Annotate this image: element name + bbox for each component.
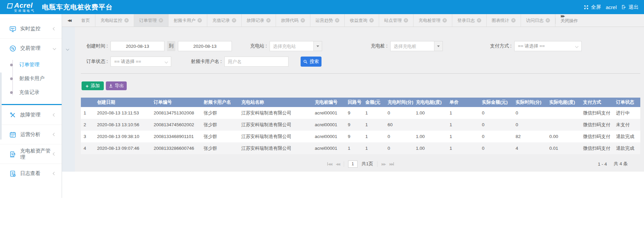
sidebar-submenu: 订单管理 射频卡用户 充值记录 [0, 58, 62, 99]
table-cell: 2020-08-13 09:07:46 [94, 142, 151, 154]
username[interactable]: acrel [606, 4, 617, 10]
table-cell: 2020-08-13 09:38:10 [94, 131, 151, 142]
sidebar-item-fault-management[interactable]: 故障管理 [0, 105, 62, 125]
tab-close-icon[interactable]: × [266, 18, 271, 23]
tab-bar: ◀◀ 首页 × 充电站监控 × 订单管理 × 射频卡用户 × 充值记录 × [62, 14, 644, 27]
tab[interactable]: 订单管理 × [134, 14, 168, 27]
pile-dropdown-button[interactable] [434, 41, 443, 51]
tab[interactable]: 登录日志 × [452, 14, 487, 27]
table-cell: 0.00 [547, 131, 580, 142]
sidebar-item-realtime-monitoring[interactable]: 实时监控 [0, 19, 62, 38]
collapse-chevron-icon[interactable] [66, 47, 69, 51]
logout-button[interactable]: 退出 [621, 4, 639, 10]
row-total-label: 共 4 条 [614, 161, 628, 167]
tabs-scroll-left-button[interactable]: ◀◀ [62, 14, 76, 27]
rfid-username-input[interactable] [224, 57, 288, 67]
tab-label: 充电站监控 [100, 18, 122, 24]
tab-close-icon[interactable]: × [232, 18, 236, 23]
date-from-input[interactable] [111, 41, 164, 51]
tab-close-icon[interactable]: × [511, 18, 516, 23]
table-cell: 0 [385, 131, 413, 142]
last-page-button[interactable]: ▶▶ [390, 162, 394, 166]
close-operations-button[interactable]: 关闭操作 [555, 18, 583, 24]
order-status-value: == 请选择 == [114, 59, 141, 65]
first-page-button[interactable]: ◀◀ [327, 162, 332, 166]
tab-close-icon[interactable]: × [301, 18, 305, 23]
pay-method-select[interactable]: == 请选择 == [514, 41, 582, 51]
table-header-cell: 订单编号 [151, 98, 201, 107]
tab[interactable]: 图表统计 × [487, 14, 521, 27]
tab-close-icon[interactable]: × [197, 18, 202, 23]
station-dropdown-button[interactable] [313, 41, 322, 51]
sidebar-item-log-viewer[interactable]: 日志查看 [0, 164, 62, 183]
tab[interactable]: 故障记录 × [242, 14, 276, 27]
app-header: Acrel 安科瑞电气 电瓶车充电桩收费平台 全屏 acrel [0, 0, 644, 14]
tab[interactable]: 故障代码 × [276, 14, 310, 27]
rfid-username-label: 射频卡用户名 : [185, 59, 222, 65]
station-combobox-input[interactable] [270, 41, 313, 51]
sidebar-subitem-rfid-card-users[interactable]: 射频卡用户 [0, 72, 62, 85]
add-button[interactable]: + 添加 [82, 81, 104, 90]
tab[interactable]: 首页 × [76, 14, 95, 27]
prev-page-button[interactable]: ◀◀ [336, 162, 339, 166]
sidebar-item-label: 故障管理 [20, 112, 40, 118]
fullscreen-label: 全屏 [591, 4, 601, 10]
sidebar-subitem-order-management[interactable]: 订单管理 [0, 58, 62, 72]
tab[interactable]: 收益查询 × [345, 14, 379, 27]
sidebar-item-label: 交易管理 [20, 45, 40, 51]
table-cell: 1 [363, 107, 385, 119]
tab-close-icon[interactable]: × [404, 18, 408, 23]
tab-close-icon[interactable]: × [159, 18, 163, 23]
search-button[interactable]: 搜索 [301, 57, 321, 67]
tab-label: 站点管理 [384, 18, 402, 24]
order-status-select[interactable]: == 请选择 == [111, 57, 171, 67]
tab[interactable]: 访问日志 × [521, 14, 555, 27]
tab-close-icon[interactable]: × [124, 18, 129, 23]
tab[interactable]: 充电站监控 × [95, 14, 134, 27]
page-number-input[interactable] [348, 161, 358, 168]
tab-close-icon[interactable]: × [442, 18, 447, 23]
tab-close-icon[interactable]: × [335, 18, 339, 23]
table-cell: 江苏安科瑞制造有限公司 [239, 142, 312, 154]
row-range-label: 1 - 4 [598, 162, 607, 167]
sidebar-item-operations-analysis[interactable]: 运营分析 [0, 125, 62, 144]
tab[interactable]: 充值记录 × [207, 14, 242, 27]
tab[interactable]: 站点管理 × [379, 14, 413, 27]
next-page-button[interactable]: ▶▶ [381, 162, 385, 166]
pager-separator [344, 161, 344, 167]
create-time-label: 创建时间 : [81, 43, 108, 49]
table-header-cell: 实际金额(元) [479, 98, 513, 107]
table-row[interactable]: 32020-08-13 09:38:102008133468901101张少群江… [81, 131, 640, 142]
table-header-cell: 金额(元 [363, 98, 385, 107]
sidebar-item-charging-pile-assets[interactable]: 充电桩资产管理 [0, 144, 62, 164]
table-cell: 0.01 [547, 142, 580, 154]
tab-close-icon[interactable]: × [546, 18, 550, 23]
export-button[interactable]: 导出 [106, 81, 127, 90]
tab-close-icon[interactable]: × [477, 18, 481, 23]
chevron-down-icon [575, 44, 579, 48]
table-cell: 微信扫码支付 [580, 142, 613, 154]
sidebar-item-transaction-management[interactable]: 交易管理 [0, 38, 62, 58]
brand-subtitle: 安科瑞电气 [14, 9, 35, 12]
tabs-scroll-right-button[interactable]: ▶▶ [555, 14, 570, 18]
table-row[interactable]: 22020-08-13 13:10:562008134745602002张少群江… [81, 119, 640, 131]
fullscreen-button[interactable]: 全屏 [584, 4, 601, 10]
tab[interactable]: 运营趋势 × [310, 14, 345, 27]
table-cell: acrel00001 [312, 142, 345, 154]
filter-row-2: 订单状态 : == 请选择 == 射频卡用户名 : 搜索 [81, 57, 321, 67]
tab[interactable]: 射频卡用户 × [168, 14, 207, 27]
page-title: 电瓶车充电桩收费平台 [42, 3, 113, 12]
date-to-input[interactable] [178, 41, 232, 51]
tab-close-icon[interactable]: × [369, 18, 374, 23]
pile-combobox-input[interactable] [390, 41, 434, 51]
total-pages-label: 共1页 [362, 161, 373, 167]
table-row[interactable]: 42020-08-13 09:07:462008133286600746张少群江… [81, 142, 640, 154]
sidebar-subitem-recharge-records[interactable]: 充值记录 [0, 85, 62, 99]
table-row[interactable]: 12020-08-13 13:11:532008134751302008张少群江… [81, 107, 640, 119]
tab[interactable]: 充电桩管理 × [413, 14, 452, 27]
table-header-cell: 创建日期 [94, 98, 151, 107]
tab-label: 访问日志 [526, 18, 544, 24]
table-cell: acrel00001 [312, 119, 345, 131]
tab-label: 登录日志 [457, 18, 475, 24]
pagination: ◀◀ ◀◀ 共1页 ▶▶ ▶▶ [81, 159, 640, 169]
